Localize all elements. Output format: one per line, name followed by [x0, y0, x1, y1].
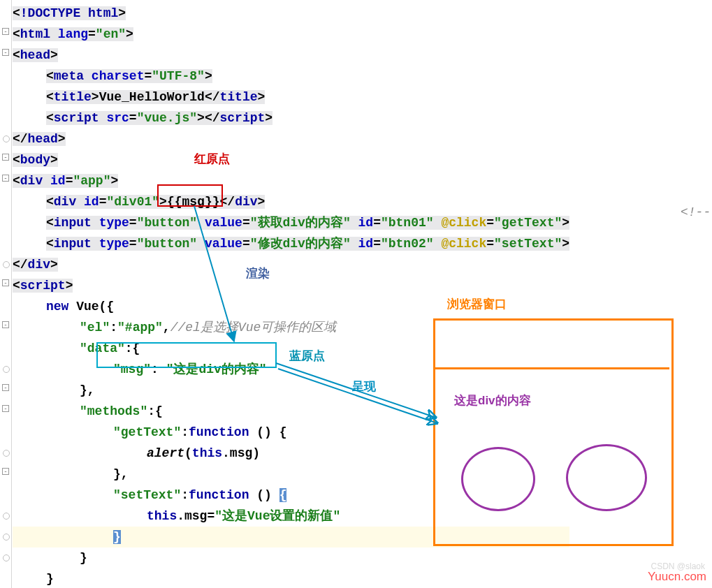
code-line: <!DOCTYPE html>	[13, 3, 569, 24]
code-line: <script>	[13, 275, 569, 296]
code-line: <div id="div01">{{msg}}</div>	[13, 191, 569, 212]
comment-tail: <!--	[681, 205, 711, 219]
code-line: <head>	[13, 45, 569, 66]
label-browser: 浏览器窗口	[447, 296, 507, 312]
annotation-blue-box	[96, 342, 277, 368]
browser-content-text: 这是div的内容	[454, 392, 531, 409]
fold-icon[interactable]: -	[2, 28, 9, 35]
fold-circle-icon	[3, 366, 10, 373]
code-line: <meta charset="UTF-8">	[13, 66, 569, 87]
fold-icon[interactable]: -	[2, 49, 9, 56]
label-red-origin: 红原点	[194, 151, 230, 167]
code-line: <body>	[13, 149, 569, 170]
code-line: <input type="button" value="获取div的内容" id…	[13, 212, 569, 233]
code-line: <input type="button" value="修改div的内容" id…	[13, 233, 569, 254]
code-line: </head>	[13, 128, 569, 149]
fold-circle-icon	[3, 450, 10, 457]
button-ellipse	[461, 447, 535, 511]
annotation-red-box	[157, 184, 223, 207]
fold-circle-icon	[3, 534, 10, 541]
watermark: Yuucn.com	[648, 570, 706, 584]
code-line: <title>Vue_HelloWorld</title>	[13, 87, 569, 108]
code-line: }	[13, 547, 569, 568]
fold-icon[interactable]: -	[2, 321, 9, 328]
code-line: </div>	[13, 254, 569, 275]
fold-icon[interactable]: -	[2, 405, 9, 412]
fold-icon[interactable]: -	[2, 154, 9, 161]
label-blue-origin: 蓝原点	[289, 348, 325, 364]
fold-icon[interactable]: -	[2, 279, 9, 286]
gutter: - - - - - - - - -	[0, 0, 12, 588]
button-ellipse	[566, 444, 647, 511]
browser-titlebar	[433, 318, 669, 369]
fold-circle-icon	[3, 554, 10, 561]
fold-icon[interactable]: -	[2, 384, 9, 391]
fold-circle-icon	[3, 135, 10, 142]
label-render: 渲染	[246, 265, 270, 281]
fold-circle-icon	[3, 261, 10, 268]
fold-circle-icon	[3, 513, 10, 520]
fold-icon[interactable]: -	[2, 468, 9, 475]
code-line: <html lang="en">	[13, 24, 569, 45]
fold-icon[interactable]: -	[2, 175, 9, 182]
code-line: <div id="app">	[13, 170, 569, 191]
code-line: <script src="vue.js"></script>	[13, 108, 569, 128]
label-present: 呈现	[352, 378, 376, 395]
code-line: }	[13, 568, 569, 588]
